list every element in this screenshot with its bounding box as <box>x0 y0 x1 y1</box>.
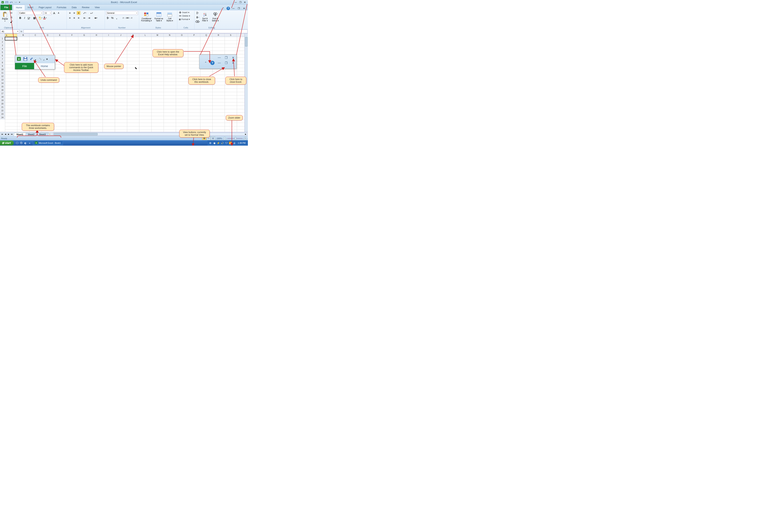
redo-icon[interactable]: ▾ <box>14 1 17 4</box>
customize-qat-icon[interactable]: ▾ <box>18 1 21 4</box>
row-header[interactable]: 20 <box>0 102 5 106</box>
page-break-view-button[interactable]: ▥ <box>211 137 215 140</box>
taskbar-task[interactable]: XMicrosoft Excel - Book1 <box>33 141 63 145</box>
zoom-percent[interactable]: 100% <box>217 137 222 140</box>
sheet-tab-3[interactable]: Sheet3 <box>36 133 48 136</box>
row-header[interactable]: 4 <box>0 47 5 51</box>
last-sheet-icon[interactable]: ⏭ <box>10 133 13 136</box>
tray-icon[interactable]: 🛡 <box>225 141 228 145</box>
sort-filter-button[interactable]: AZ Sort & Filter ▾ <box>200 11 210 22</box>
merge-center-icon[interactable]: ⬌▾ <box>94 16 98 20</box>
row-header[interactable]: 19 <box>0 99 5 102</box>
horizontal-scroll-thumb[interactable] <box>54 133 98 135</box>
fill-color-icon[interactable]: ▾ <box>39 16 42 20</box>
row-header[interactable]: 10 <box>0 68 5 71</box>
wrap-text-icon[interactable]: ⮐ <box>90 11 93 15</box>
copy-icon[interactable]: ⎘ <box>10 15 13 19</box>
decrease-indent-icon[interactable]: ⇤ <box>83 16 87 20</box>
row-header[interactable]: 18 <box>0 95 5 99</box>
row-header[interactable]: 8 <box>0 61 5 64</box>
fill-icon[interactable]: ⬇▾ <box>196 15 199 19</box>
cut-icon[interactable]: ✂ <box>10 11 13 15</box>
new-sheet-icon[interactable]: ✦ <box>49 133 52 136</box>
insert-tab[interactable]: Insert <box>25 5 36 10</box>
align-left-icon[interactable]: ≡ <box>68 16 72 20</box>
increase-decimal-icon[interactable]: .0→.00 <box>123 16 127 20</box>
row-header[interactable]: 12 <box>0 75 5 78</box>
number-format-select[interactable]: General▾ <box>106 11 138 15</box>
name-box[interactable]: A1▾ <box>0 30 19 33</box>
tray-icon[interactable]: ⚙ <box>209 141 212 145</box>
sheet-tab-2[interactable]: Sheet2 <box>25 133 37 136</box>
percent-icon[interactable]: % <box>110 16 114 20</box>
first-sheet-icon[interactable]: ⏮ <box>1 133 3 136</box>
taskbar-clock[interactable]: 1:39 PM <box>237 142 247 144</box>
row-header[interactable]: 3 <box>0 44 5 47</box>
borders-icon[interactable]: ▦▾ <box>33 16 37 20</box>
minimize-ribbon-icon[interactable]: ⌃ <box>222 7 225 10</box>
format-painter-icon[interactable]: 🖌 <box>10 20 13 24</box>
clear-icon[interactable]: ⌫▾ <box>196 20 199 24</box>
minimize-button[interactable]: — <box>234 1 237 4</box>
more-icon[interactable]: » <box>28 141 31 145</box>
align-bottom-icon[interactable]: ≡ <box>77 11 80 15</box>
paste-button[interactable]: Paste ▾ <box>1 11 9 22</box>
tray-icon[interactable]: 🔊 <box>221 141 224 145</box>
wb-close-button[interactable]: ✕ <box>242 7 246 10</box>
row-header[interactable]: 21 <box>0 106 5 109</box>
row-header[interactable]: 23 <box>0 112 5 116</box>
align-right-icon[interactable]: ≡ <box>77 16 80 20</box>
tray-icon[interactable]: ⚡ <box>217 141 220 145</box>
underline-icon[interactable]: U▾ <box>27 16 31 20</box>
decrease-decimal-icon[interactable]: .00→.0 <box>128 16 131 20</box>
font-size-select[interactable]: 11▾ <box>44 11 52 15</box>
next-sheet-icon[interactable]: ▶ <box>7 133 10 136</box>
help-button[interactable]: ? <box>226 7 230 10</box>
cell-styles-button[interactable]: Cell Styles ▾ <box>165 11 174 22</box>
review-tab[interactable]: Review <box>79 5 92 10</box>
row-header[interactable]: 1 <box>0 37 5 40</box>
insert-cells-button[interactable]: ➕Insert ▾ <box>178 11 190 14</box>
data-tab[interactable]: Data <box>69 5 79 10</box>
vertical-scroll-thumb[interactable] <box>245 37 247 47</box>
row-header[interactable]: 16 <box>0 88 5 92</box>
row-header[interactable]: 7 <box>0 58 5 61</box>
chrome-icon[interactable]: ◐ <box>24 141 27 145</box>
row-header[interactable]: 22 <box>0 109 5 112</box>
bold-icon[interactable]: B <box>18 16 22 20</box>
zoom-out-button[interactable]: − <box>223 137 226 140</box>
tray-icon[interactable]: 📶 <box>229 141 232 145</box>
excel-icon[interactable]: X <box>1 1 4 4</box>
align-top-icon[interactable]: ≡ <box>68 11 72 15</box>
row-header[interactable]: 5 <box>0 51 5 54</box>
start-button[interactable]: ⊞start <box>0 140 14 145</box>
row-header[interactable]: 24 <box>0 116 5 119</box>
fx-icon[interactable]: fx <box>21 30 22 33</box>
shrink-font-icon[interactable]: A <box>57 11 60 15</box>
formula-bar[interactable] <box>23 30 247 33</box>
font-name-select[interactable]: Calibri▾ <box>18 11 43 15</box>
grow-font-icon[interactable]: A <box>52 11 56 15</box>
row-header[interactable]: 2 <box>0 40 5 44</box>
save-icon[interactable] <box>5 1 8 4</box>
currency-icon[interactable]: $▾ <box>106 16 110 20</box>
orientation-icon[interactable]: ⤢▾ <box>83 11 87 15</box>
increase-indent-icon[interactable]: ⇥ <box>87 16 91 20</box>
show-desktop-icon[interactable]: 🖵 <box>15 141 19 145</box>
home-tab[interactable]: Home <box>13 5 25 10</box>
prev-sheet-icon[interactable]: ◀ <box>4 133 7 136</box>
zoom-in-button[interactable]: + <box>244 137 247 140</box>
zoom-slider[interactable] <box>227 138 242 139</box>
wb-minimize-button[interactable]: — <box>231 7 235 10</box>
close-button[interactable]: ✕ <box>243 1 247 4</box>
row-header[interactable]: 13 <box>0 78 5 82</box>
tray-icon[interactable]: 🖨 <box>233 141 236 145</box>
row-header[interactable]: 17 <box>0 92 5 95</box>
format-as-table-button[interactable]: Format as Table ▾ <box>153 11 164 22</box>
undo-icon[interactable]: ▾ <box>10 1 13 4</box>
formulas-tab[interactable]: Formulas <box>54 5 69 10</box>
hscroll-right-icon[interactable]: ▶ <box>244 133 247 136</box>
row-header[interactable]: 15 <box>0 85 5 88</box>
sheet-tab-1[interactable]: Sheet1 <box>14 133 26 136</box>
comma-icon[interactable]: , <box>115 16 119 20</box>
